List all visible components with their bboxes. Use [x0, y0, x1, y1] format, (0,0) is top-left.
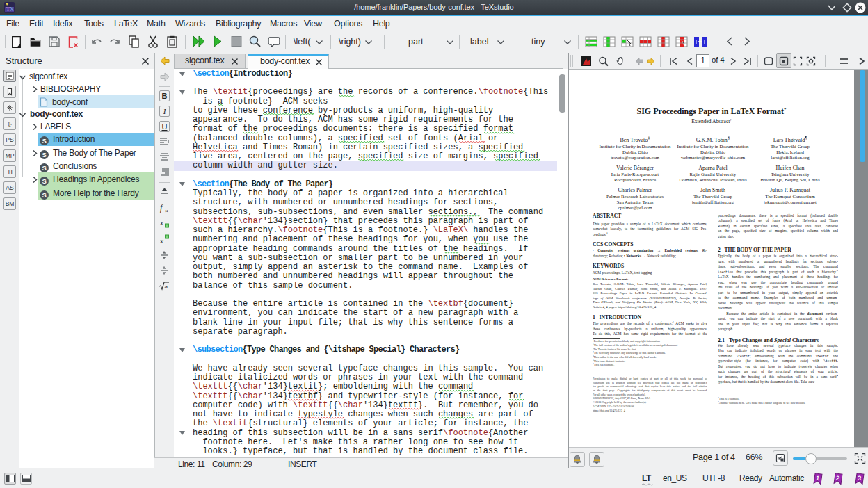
- svg-text:×: ×: [165, 208, 168, 213]
- svg-text:f: f: [160, 203, 163, 213]
- svg-text:x: x: [159, 218, 163, 227]
- svg-text:a: a: [165, 284, 168, 290]
- svg-text:x: x: [159, 236, 163, 245]
